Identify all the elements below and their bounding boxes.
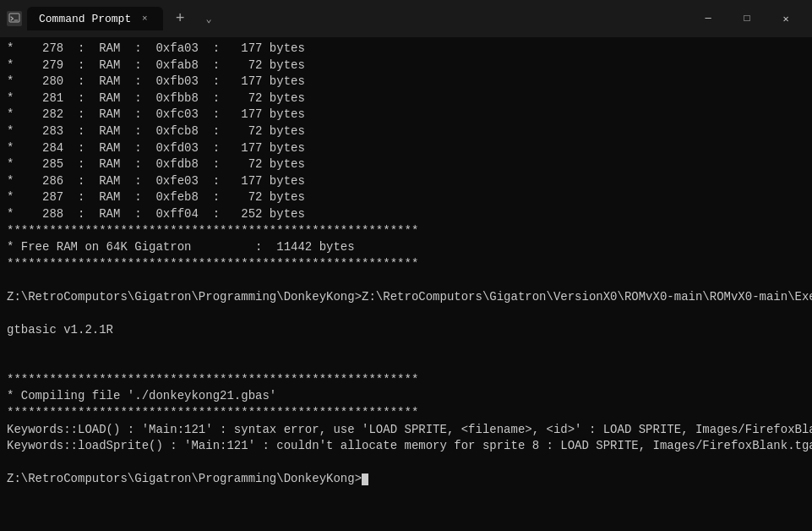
maximize-button[interactable]: □ — [728, 0, 766, 37]
active-tab[interactable]: Command Prompt × — [27, 7, 163, 30]
new-tab-button[interactable]: + — [168, 7, 192, 30]
titlebar-left: Command Prompt × + ⌄ — [7, 7, 678, 30]
terminal-tab-icon — [7, 11, 22, 26]
minimize-button[interactable]: — — [689, 0, 728, 37]
titlebar: Command Prompt × + ⌄ — □ ✕ — [0, 0, 812, 37]
window-controls: — □ ✕ — [689, 0, 805, 37]
tab-title: Command Prompt — [39, 13, 131, 25]
terminal-cursor — [362, 474, 368, 485]
tab-close-button[interactable]: × — [138, 12, 151, 25]
terminal-output[interactable]: * 278 : RAM : 0xfa03 : 177 bytes * 279 :… — [0, 37, 812, 531]
terminal-window: Command Prompt × + ⌄ — □ ✕ * 278 : RAM :… — [0, 0, 812, 531]
close-button[interactable]: ✕ — [766, 0, 805, 37]
dropdown-button[interactable]: ⌄ — [197, 7, 221, 30]
